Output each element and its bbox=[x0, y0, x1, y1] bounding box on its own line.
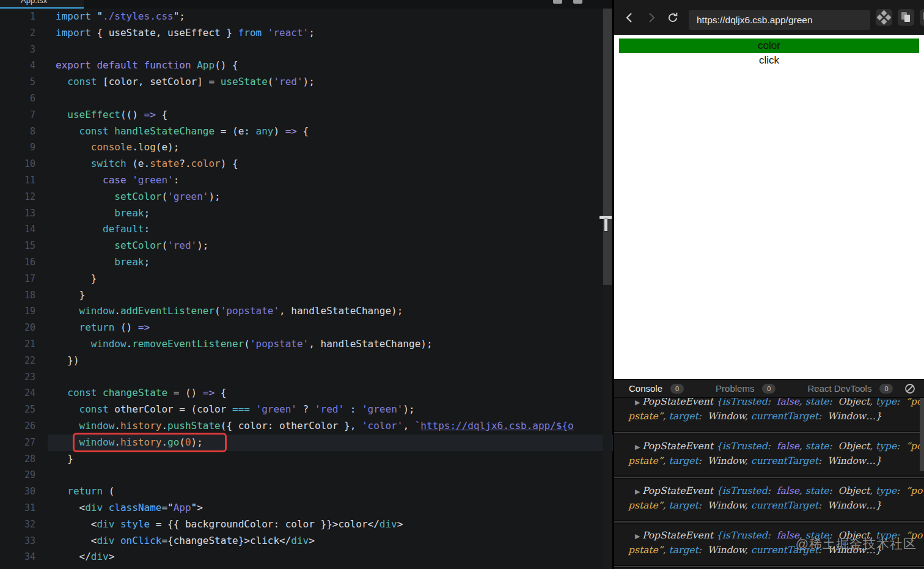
code-line[interactable]: 24 const changeState = () => { bbox=[0, 385, 613, 402]
tab-app-file[interactable]: App.tsx bbox=[0, 0, 84, 9]
line-number: 27 bbox=[0, 435, 35, 451]
code-line[interactable]: 3 bbox=[0, 42, 613, 58]
console-log-entry[interactable]: ▶ PopStateEvent {isTrusted: false, state… bbox=[614, 479, 924, 520]
code-editor[interactable]: 1import "./styles.css";2import { useStat… bbox=[0, 9, 613, 569]
line-number: 10 bbox=[0, 156, 35, 172]
tab-label: App.tsx bbox=[21, 0, 84, 5]
open-in-new-layout-button[interactable] bbox=[876, 9, 892, 26]
code-line[interactable]: 26 window.history.pushState({ color: oth… bbox=[0, 418, 613, 435]
watermark: @稀土掘金技术社区 bbox=[796, 535, 917, 552]
line-number: 6 bbox=[0, 90, 35, 107]
code-line[interactable]: 17 } bbox=[0, 271, 613, 287]
click-div[interactable]: click bbox=[614, 53, 924, 68]
code-line[interactable]: 9 console.log(e); bbox=[0, 139, 613, 156]
console-tab-react-devtools[interactable]: React DevTools0 bbox=[807, 383, 893, 394]
line-number: 26 bbox=[0, 418, 35, 435]
duplicate-window-icon[interactable] bbox=[898, 9, 914, 26]
code-line[interactable]: 33 <div onClick={changeState}>click</div… bbox=[0, 533, 613, 549]
code-line[interactable]: 6 bbox=[0, 90, 613, 107]
console-scrollbar[interactable] bbox=[920, 398, 924, 471]
refresh-button[interactable] bbox=[666, 10, 680, 25]
line-number: 20 bbox=[0, 320, 35, 336]
back-button[interactable] bbox=[622, 10, 637, 25]
line-number: 31 bbox=[0, 500, 35, 516]
line-number: 29 bbox=[0, 467, 35, 483]
console-tab-problems[interactable]: Problems0 bbox=[716, 383, 776, 394]
code-line[interactable]: 21 window.removeEventListener('popstate'… bbox=[0, 336, 613, 353]
code-line[interactable]: 31 <div className="App"> bbox=[0, 500, 613, 516]
code-line[interactable]: 13 break; bbox=[0, 205, 613, 222]
code-line[interactable]: 30 return ( bbox=[0, 483, 613, 500]
line-number: 33 bbox=[0, 533, 35, 549]
preview-pane: https://dqljx6.csb.app/green color click… bbox=[614, 0, 924, 569]
code-line[interactable]: 10 switch (e.state?.color) { bbox=[0, 156, 613, 172]
code-line[interactable]: 5 const [color, setColor] = useState('re… bbox=[0, 74, 613, 90]
count-badge: 0 bbox=[762, 384, 776, 394]
line-number: 12 bbox=[0, 189, 35, 205]
console-tab-label: React DevTools bbox=[807, 383, 871, 394]
line-number: 23 bbox=[0, 369, 35, 386]
code-line[interactable]: 20 return () => bbox=[0, 320, 613, 336]
console-tab-console[interactable]: Console0 bbox=[629, 383, 684, 394]
code-line[interactable]: 23 bbox=[0, 369, 613, 386]
line-number: 16 bbox=[0, 254, 35, 271]
line-number: 2 bbox=[0, 25, 35, 42]
more-actions-icon[interactable] bbox=[573, 0, 582, 4]
clipped-toolbar-icon[interactable] bbox=[920, 9, 924, 26]
editor-scrollbar-thumb[interactable] bbox=[603, 9, 612, 285]
code-line[interactable]: 32 <div style = {{ backgroundColor: colo… bbox=[0, 516, 613, 533]
code-line[interactable]: 35 ); bbox=[0, 565, 613, 569]
code-line[interactable]: 1import "./styles.css"; bbox=[0, 9, 613, 25]
line-number: 21 bbox=[0, 336, 35, 353]
editor-scrollbar[interactable] bbox=[603, 9, 612, 569]
clear-console-icon[interactable] bbox=[904, 383, 915, 394]
code-lines: 1import "./styles.css";2import { useStat… bbox=[0, 9, 613, 569]
annotation-red-box bbox=[73, 433, 227, 452]
line-number: 17 bbox=[0, 271, 35, 287]
line-number: 30 bbox=[0, 483, 35, 500]
line-number: 13 bbox=[0, 205, 35, 222]
console-tab-label: Console bbox=[629, 383, 662, 394]
code-line[interactable]: 14 default: bbox=[0, 221, 613, 238]
code-line[interactable]: 28 } bbox=[0, 451, 613, 468]
line-number: 1 bbox=[0, 9, 35, 25]
line-number: 7 bbox=[0, 107, 35, 123]
code-line[interactable]: 7 useEffect(() => { bbox=[0, 107, 613, 123]
line-number: 5 bbox=[0, 74, 35, 90]
code-line[interactable]: 2import { useState, useEffect } from 're… bbox=[0, 25, 613, 42]
code-line[interactable]: 22 }) bbox=[0, 353, 613, 369]
split-editor-icon[interactable] bbox=[553, 0, 562, 4]
code-line[interactable]: 8 const handleStateChange = (e: any) => … bbox=[0, 123, 613, 140]
line-number: 34 bbox=[0, 549, 35, 565]
code-line[interactable]: 29 bbox=[0, 467, 613, 483]
console-entry-divider bbox=[614, 565, 924, 568]
code-line[interactable]: 25 const otherColor = (color === 'green'… bbox=[0, 402, 613, 418]
line-number: 9 bbox=[0, 139, 35, 156]
line-number: 18 bbox=[0, 287, 35, 304]
console-log-entry[interactable]: ▶ PopStateEvent {isTrusted: false, state… bbox=[614, 398, 924, 431]
line-number: 8 bbox=[0, 123, 35, 140]
code-line[interactable]: 19 window.addEventListener('popstate', h… bbox=[0, 303, 613, 320]
code-line[interactable]: 15 setColor('red'); bbox=[0, 238, 613, 254]
line-number: 22 bbox=[0, 353, 35, 369]
code-line[interactable]: 4export default function App() { bbox=[0, 57, 613, 74]
forward-button[interactable] bbox=[644, 10, 659, 25]
editor-tab-bar: App.tsx bbox=[0, 0, 612, 9]
line-number: 32 bbox=[0, 516, 35, 533]
code-line[interactable]: 11 case 'green': bbox=[0, 172, 613, 189]
console-tab-label: Problems bbox=[716, 383, 754, 394]
code-line[interactable]: 16 break; bbox=[0, 254, 613, 271]
line-number: 35 bbox=[0, 565, 35, 569]
console-tab-bar: Console0Problems0React DevTools0 bbox=[614, 379, 924, 398]
code-line[interactable]: 34 </div> bbox=[0, 549, 613, 565]
editor-pane: App.tsx 1import "./styles.css";2import {… bbox=[0, 0, 613, 569]
text-cursor-icon bbox=[600, 216, 613, 232]
line-number: 4 bbox=[0, 57, 35, 74]
code-line[interactable]: 18 } bbox=[0, 287, 613, 304]
url-input[interactable]: https://dqljx6.csb.app/green bbox=[689, 10, 870, 30]
code-line[interactable]: 12 setColor('green'); bbox=[0, 189, 613, 205]
line-number: 19 bbox=[0, 303, 35, 320]
count-badge: 0 bbox=[670, 384, 684, 394]
console-log-entry[interactable]: ▶ PopStateEvent {isTrusted: false, state… bbox=[614, 435, 924, 475]
line-number: 28 bbox=[0, 451, 35, 468]
